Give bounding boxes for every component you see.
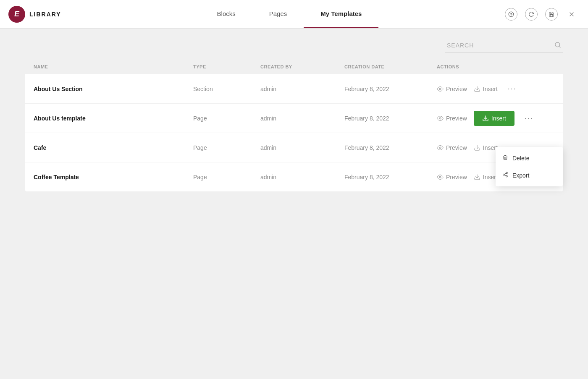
insert-button[interactable]: Insert [474,174,498,180]
row-date: February 8, 2022 [344,115,437,122]
svg-point-12 [439,176,441,178]
row-name: About Us Section [34,86,193,92]
tab-pages[interactable]: Pages [252,0,304,28]
search-icon [554,42,561,50]
preview-button[interactable]: Preview [437,86,467,92]
nav-tabs: Blocks Pages My Templates [84,0,495,28]
table-row: Coffee Template Page admin February 8, 2… [25,162,563,192]
row-actions: Preview Insert ··· [437,111,554,126]
col-name: NAME [34,64,193,69]
insert-button[interactable]: Insert [474,144,498,151]
table-row: Cafe Page admin February 8, 2022 Preview… [25,133,563,162]
row-name: Cafe [34,144,193,151]
col-created-by: CREATED BY [260,64,344,69]
trash-icon [502,154,508,162]
more-actions-button[interactable]: ··· [521,112,537,124]
svg-point-8 [439,118,441,119]
header-actions [495,8,588,21]
dropdown-delete-item[interactable]: Delete [496,149,563,167]
export-icon [502,172,508,179]
row-created-by: admin [260,144,344,151]
svg-line-5 [559,46,560,47]
logo-area: E LIBRARY [0,6,84,23]
export-label: Export [512,172,529,179]
preview-button[interactable]: Preview [437,144,467,151]
more-actions-button[interactable]: ··· [504,83,520,95]
dropdown-menu: Delete Export [496,147,563,186]
search-input[interactable] [445,39,563,52]
row-type: Page [193,144,260,151]
logo-icon: E [8,6,25,23]
row-actions: Preview Insert ··· [437,83,554,95]
refresh-button[interactable] [525,8,538,21]
row-name: Coffee Template [34,174,193,180]
row-created-by: admin [260,86,344,92]
table-header: NAME TYPE CREATED BY CREATION DATE ACTIO… [25,61,563,73]
row-date: February 8, 2022 [344,144,437,151]
row-type: Section [193,86,260,92]
search-input-wrap [445,39,563,52]
table-row: About Us Section Section admin February … [25,74,563,104]
close-button[interactable] [565,8,578,21]
row-date: February 8, 2022 [344,86,437,92]
header: E LIBRARY Blocks Pages My Templates [0,0,588,29]
col-actions: ACTIONS [437,64,554,69]
svg-line-18 [504,173,506,174]
row-type: Page [193,174,260,180]
logo-text: LIBRARY [29,11,61,18]
content: NAME TYPE CREATED BY CREATION DATE ACTIO… [0,29,588,379]
row-type: Page [193,115,260,122]
row-date: February 8, 2022 [344,174,437,180]
col-creation-date: CREATION DATE [344,64,437,69]
svg-point-10 [439,147,441,149]
table-row: About Us template Page admin February 8,… [25,104,563,133]
svg-line-17 [504,175,506,176]
tab-my-templates[interactable]: My Templates [304,0,378,28]
save-button[interactable] [545,8,558,21]
col-type: TYPE [193,64,260,69]
row-created-by: admin [260,115,344,122]
tab-blocks[interactable]: Blocks [200,0,252,28]
preview-button[interactable]: Preview [437,174,467,180]
preview-button[interactable]: Preview [437,115,467,122]
row-created-by: admin [260,174,344,180]
insert-button[interactable]: Insert [474,86,498,92]
upload-button[interactable] [505,8,517,21]
dropdown-export-item[interactable]: Export [496,167,563,184]
row-name: About Us template [34,115,193,122]
svg-point-6 [439,88,441,90]
insert-highlighted-button[interactable]: Insert [474,111,514,126]
search-bar [25,39,563,52]
delete-label: Delete [512,155,529,162]
